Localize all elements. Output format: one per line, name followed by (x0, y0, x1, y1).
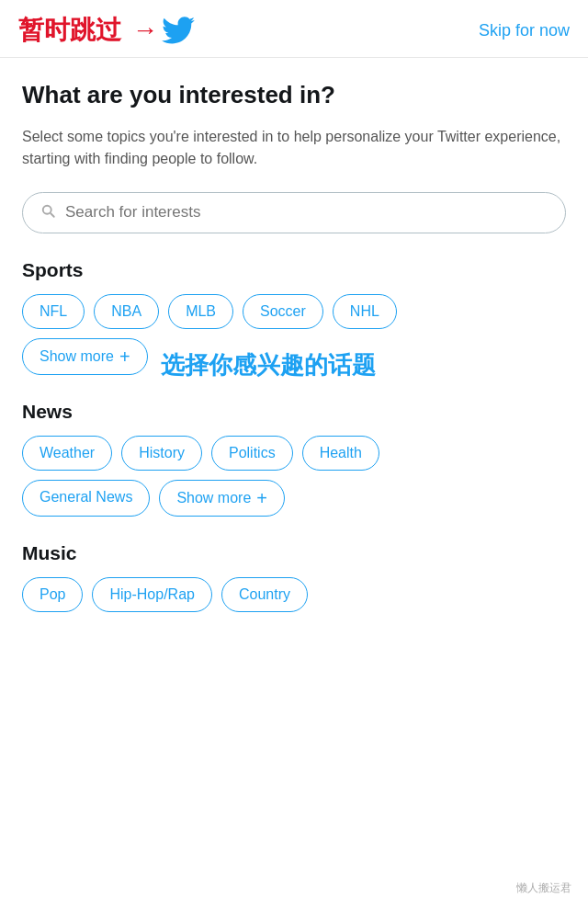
skip-for-now-link[interactable]: Skip for now (479, 21, 570, 40)
section-sports: Sports NFL NBA MLB Soccer NHL Show more … (22, 259, 566, 375)
twitter-bird-icon (162, 17, 195, 44)
tag-nba[interactable]: NBA (94, 294, 159, 329)
watermark: 懒人搬运君 (516, 881, 571, 896)
search-bar (22, 192, 566, 233)
sports-show-more-label: Show more (40, 348, 114, 365)
main-content: What are you interested in? Select some … (0, 58, 588, 656)
news-show-more-label: Show more (176, 490, 251, 506)
tag-history[interactable]: History (121, 436, 202, 471)
sports-show-more-button[interactable]: Show more + (22, 338, 148, 375)
sports-plus-icon: + (119, 347, 130, 366)
news-plus-icon: + (256, 489, 267, 507)
section-news: News Weather History Politics Health Gen… (22, 401, 566, 517)
tag-politics[interactable]: Politics (211, 436, 293, 471)
sports-tags-row: NFL NBA MLB Soccer NHL (22, 294, 566, 329)
page-description: Select some topics you're interested in … (22, 126, 566, 170)
tag-mlb[interactable]: MLB (168, 294, 233, 329)
sports-show-more-row: Show more + (22, 338, 566, 375)
tag-country[interactable]: Country (221, 577, 308, 612)
tag-general-news[interactable]: General News (22, 480, 150, 517)
red-arrow: → (132, 16, 195, 45)
section-music: Music Pop Hip-Hop/Rap Country (22, 542, 566, 612)
red-arrow-icon: → (132, 16, 158, 45)
tag-pop[interactable]: Pop (22, 577, 83, 612)
tag-health[interactable]: Health (302, 436, 379, 471)
search-input[interactable] (65, 203, 548, 222)
music-section-title: Music (22, 542, 566, 564)
tag-nhl[interactable]: NHL (333, 294, 397, 329)
news-section-title: News (22, 401, 566, 423)
header-left: 暂时跳过 → (18, 13, 195, 48)
sports-section-title: Sports (22, 259, 566, 281)
news-tags-row-1: Weather History Politics Health (22, 436, 566, 471)
search-icon (40, 202, 56, 223)
tag-soccer[interactable]: Soccer (243, 294, 323, 329)
chinese-skip-label: 暂时跳过 (18, 13, 121, 48)
music-tags-row: Pop Hip-Hop/Rap Country (22, 577, 566, 612)
tag-weather[interactable]: Weather (22, 436, 112, 471)
tag-hiphop-rap[interactable]: Hip-Hop/Rap (92, 577, 211, 612)
page-title: What are you interested in? (22, 80, 566, 111)
news-tags-row-2: General News Show more + (22, 480, 566, 517)
header: 暂时跳过 → Skip for now (0, 0, 588, 58)
tag-nfl[interactable]: NFL (22, 294, 85, 329)
news-show-more-button[interactable]: Show more + (159, 480, 285, 517)
